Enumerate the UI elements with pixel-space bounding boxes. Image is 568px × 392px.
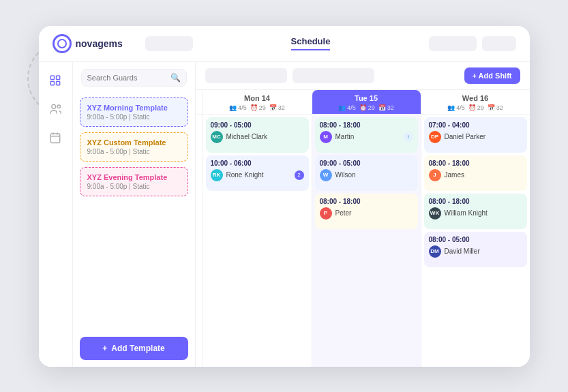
shift-time-tue-2: 08:00 - 18:00 [320, 198, 413, 205]
shift-time-mon-0: 09:00 - 05:00 [211, 121, 304, 129]
avatar-mc: MC [211, 131, 223, 143]
top-nav: novagems Schedule [39, 26, 530, 62]
day-stat-count2-wed: 📅 32 [488, 104, 503, 111]
day-stat-people-val-mon: 4/5 [238, 104, 247, 111]
nav-pill-1 [145, 36, 193, 51]
sidebar-item-calendar[interactable] [48, 130, 63, 145]
search-box[interactable]: 🔍 [81, 69, 187, 87]
logo-area: novagems [53, 34, 134, 53]
template-morning-sub: 9:00a - 5:00p | Static [87, 113, 181, 121]
body-area: 🔍 XYZ Morning Template 9:00a - 5:00p | S… [39, 62, 530, 367]
add-shift-button[interactable]: + Add Shift [464, 67, 520, 84]
avatar-dm: DM [429, 245, 441, 258]
toolbar-pill-2 [293, 68, 374, 83]
shift-person-wed-3: DM David Miller [429, 245, 522, 258]
search-input[interactable] [87, 74, 166, 82]
shift-time-tue-1: 09:00 - 05:00 [320, 160, 413, 167]
shift-person-tue-1: W Wilson [320, 169, 413, 181]
avatar-wi: W [320, 169, 332, 181]
shift-card-wed-2[interactable]: 08:00 - 18:00 WK William Knight [424, 194, 527, 229]
day-stat-people-val-tue: 4/5 [347, 104, 356, 111]
template-card-morning[interactable]: XYZ Morning Template 9:00a - 5:00p | Sta… [80, 97, 188, 127]
shift-card-wed-0[interactable]: 07:00 - 04:00 DP Daniel Parker [424, 117, 527, 153]
shift-time-tue-0: 08:00 - 18:00 [320, 121, 413, 129]
nav-pill-sm [482, 36, 516, 51]
shift-name-wed-1: James [445, 171, 464, 179]
template-evening-title: XYZ Evening Template [87, 173, 181, 181]
shift-card-mon-1[interactable]: 10:00 - 06:00 RK Rone Knight 2 [206, 155, 309, 191]
day-stat-count2-val-wed: 32 [496, 104, 503, 111]
toolbar-pill-1 [205, 68, 287, 83]
svg-point-5 [57, 105, 61, 108]
shift-card-tue-1[interactable]: 09:00 - 05:00 W Wilson [315, 155, 418, 191]
svg-rect-1 [57, 76, 60, 79]
template-custom-sub: 9:00a - 5:00p | Static [87, 148, 181, 155]
tab-schedule[interactable]: Schedule [291, 36, 331, 50]
cal-col-tue: 08:00 - 18:00 M Martin i 09:00 - 05:00 W… [312, 115, 421, 367]
guards-header: 🔍 [73, 62, 195, 92]
shift-person-mon-0: MC Michael Clark [211, 131, 304, 143]
day-stat-people-tue: 👥 4/5 [338, 104, 356, 111]
shift-time-wed-0: 07:00 - 04:00 [429, 121, 522, 129]
avatar-rk: RK [211, 169, 223, 181]
cal-icon-tue: 📅 [378, 104, 386, 111]
svg-rect-6 [50, 134, 60, 143]
day-stat-people-wed: 👥 4/5 [447, 104, 465, 111]
calendar-body: 09:00 - 05:00 MC Michael Clark 10:00 - 0… [196, 115, 530, 367]
template-custom-title: XYZ Custom Template [87, 138, 181, 147]
shift-name-tue-2: Peter [335, 209, 352, 217]
day-stats-tue: 👥 4/5 ⏰ 29 📅 32 [338, 104, 394, 111]
shift-person-mon-1: RK Rone Knight 2 [211, 169, 304, 181]
left-sidebar [39, 62, 73, 367]
add-shift-label: + Add Shift [473, 72, 512, 80]
template-card-custom[interactable]: XYZ Custom Template 9:00a - 5:00p | Stat… [80, 132, 188, 162]
shift-card-tue-0[interactable]: 08:00 - 18:00 M Martin i [315, 117, 418, 153]
shift-person-wed-0: DP Daniel Parker [429, 131, 522, 143]
add-template-label: Add Template [111, 344, 164, 353]
logo-icon [53, 34, 72, 53]
day-stats-wed: 👥 4/5 ⏰ 29 📅 32 [447, 104, 503, 111]
day-stat-count1-val-mon: 29 [259, 104, 266, 111]
day-stat-count1-wed: ⏰ 29 [468, 104, 484, 111]
svg-point-4 [52, 104, 56, 108]
cal-col-header-tue: Tue 15 👥 4/5 ⏰ 29 📅 32 [312, 90, 421, 114]
day-stat-count1-val-wed: 29 [477, 104, 484, 111]
day-label-tue: Tue 15 [355, 94, 378, 102]
shift-name-wed-0: Daniel Parker [445, 133, 486, 140]
shift-name-wed-3: David Miller [445, 247, 480, 255]
badge-num-mon-1: 2 [295, 170, 304, 180]
shift-person-wed-1: J James [429, 169, 522, 181]
shift-name-mon-1: Rone Knight [226, 171, 264, 179]
clock-icon-mon: ⏰ [250, 104, 258, 111]
template-morning-title: XYZ Morning Template [87, 104, 181, 112]
template-card-evening[interactable]: XYZ Evening Template 9:00a - 5:00p | Sta… [80, 167, 188, 196]
people-icon-tue: 👥 [338, 104, 346, 111]
shift-name-mon-0: Michael Clark [226, 133, 268, 140]
info-badge-tue-0: i [404, 132, 413, 142]
templates-list: XYZ Morning Template 9:00a - 5:00p | Sta… [73, 92, 195, 331]
day-stat-people-mon: 👥 4/5 [229, 104, 247, 111]
avatar-wk: WK [429, 207, 441, 220]
day-stat-count1-val-tue: 29 [368, 104, 375, 111]
day-stat-count2-val-tue: 32 [387, 104, 394, 111]
sidebar-item-grid[interactable] [48, 73, 63, 88]
cal-icon-wed: 📅 [488, 104, 495, 111]
avatar-ja: J [429, 169, 441, 181]
shift-card-wed-3[interactable]: 08:00 - 05:00 DM David Miller [424, 232, 527, 267]
people-icon-mon: 👥 [229, 104, 237, 111]
cal-header-spacer [196, 90, 203, 114]
shift-card-mon-0[interactable]: 09:00 - 05:00 MC Michael Clark [206, 117, 309, 153]
day-label-wed: Wed 16 [462, 94, 488, 102]
guards-panel: 🔍 XYZ Morning Template 9:00a - 5:00p | S… [73, 62, 196, 367]
shift-card-tue-2[interactable]: 08:00 - 18:00 P Peter [315, 194, 418, 229]
shift-time-mon-1: 10:00 - 06:00 [211, 160, 304, 167]
add-template-button[interactable]: + Add Template [80, 337, 188, 360]
day-stat-count2-mon: 📅 32 [269, 104, 285, 111]
day-label-mon: Mon 14 [244, 94, 270, 102]
day-stat-count2-tue: 📅 32 [378, 104, 394, 111]
day-stat-count1-mon: ⏰ 29 [250, 104, 266, 111]
day-stat-count2-val-mon: 32 [278, 104, 285, 111]
cal-icon-mon: 📅 [269, 104, 277, 111]
shift-card-wed-1[interactable]: 08:00 - 18:00 J James [424, 155, 527, 191]
sidebar-item-users[interactable] [48, 102, 63, 117]
